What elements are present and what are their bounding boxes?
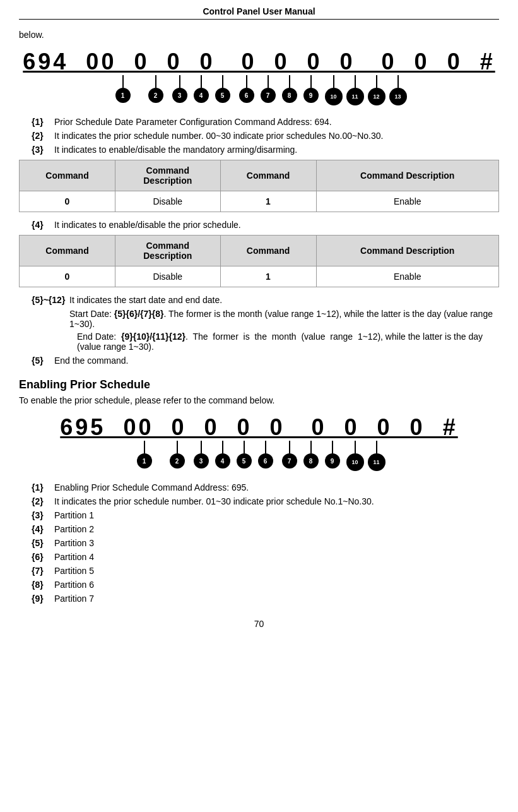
d2-circle-4: 4 xyxy=(215,453,230,469)
d2-circle-11: 11 xyxy=(368,453,386,471)
table1: Command CommandDescription Command Comma… xyxy=(19,160,499,212)
d2-circle-10: 10 xyxy=(346,453,364,471)
item-5-end: {5} End the command. xyxy=(32,355,499,366)
table-row: 0 Disable 1 Enable xyxy=(20,266,499,287)
table2-header-cmd1: Command xyxy=(20,236,115,266)
table2-header-desc1: CommandDescription xyxy=(115,236,220,266)
d2-col5: 5 xyxy=(237,441,252,469)
diagram1-col10: 10 xyxy=(325,75,343,105)
circle-6: 6 xyxy=(239,88,254,103)
table-row: 0 Disable 1 Enable xyxy=(20,191,499,212)
d2-circle-6: 6 xyxy=(258,453,273,469)
item-4: {4} It indicates to enable/disable the p… xyxy=(32,220,499,230)
table1-cell-cmd2: 1 xyxy=(220,191,316,212)
d2-col1: 1 xyxy=(137,441,152,469)
s3-item-8: {8} Partition 6 xyxy=(32,580,499,590)
table1-cell-desc1: Disable xyxy=(115,191,220,212)
d2-col7: 7 xyxy=(282,441,297,469)
d2-circle-7: 7 xyxy=(282,453,297,469)
intro-text: below. xyxy=(19,30,499,40)
section-enabling-subtext: To enable the prior schedule, please ref… xyxy=(19,395,499,405)
diagram1-col9: 9 xyxy=(303,75,319,103)
item-1: {1} Prior Schedule Date Parameter Config… xyxy=(32,117,499,127)
circle-12: 12 xyxy=(368,88,386,105)
diagram2: 695 00 0 0 0 0 0 0 0 0 # 1 2 3 4 5 6 xyxy=(19,414,499,471)
d2-circle-1: 1 xyxy=(137,453,152,469)
s3-item-9: {9} Partition 7 xyxy=(32,594,499,604)
section-enabling-heading: Enabling Prior Schedule xyxy=(19,378,499,391)
circle-9: 9 xyxy=(303,88,319,103)
circle-13: 13 xyxy=(389,88,407,105)
diagram1-col12: 12 xyxy=(368,75,386,105)
table1-header-desc2: Command Description xyxy=(316,160,499,191)
d2-circle-9: 9 xyxy=(325,453,340,469)
table2-cell-cmd1: 0 xyxy=(20,266,115,287)
item-5-12: {5}~{12} It indicates the start date and… xyxy=(32,295,499,305)
diagram1-col4: 4 xyxy=(194,75,209,103)
circle-11: 11 xyxy=(346,88,364,105)
d2-col3: 3 xyxy=(194,441,209,469)
diagram1-col3: 3 xyxy=(172,75,187,103)
s3-item-1: {1} Enabling Prior Schedule Command Addr… xyxy=(32,482,499,493)
diagram1: 694 00 0 0 0 0 0 0 0 0 0 0 # 1 2 3 4 5 xyxy=(19,49,499,105)
item4-container: {4} It indicates to enable/disable the p… xyxy=(32,220,499,230)
items-section1: {1} Prior Schedule Date Parameter Config… xyxy=(32,117,499,155)
s3-item-3: {3} Partition 1 xyxy=(32,510,499,520)
table2-header-cmd2: Command xyxy=(220,236,316,266)
s3-item-6: {6} Partition 4 xyxy=(32,552,499,562)
diagram1-col1: 1 xyxy=(115,75,131,103)
d2-col4: 4 xyxy=(215,441,230,469)
table2-cell-desc1: Disable xyxy=(115,266,220,287)
items-section3: {1} Enabling Prior Schedule Command Addr… xyxy=(32,482,499,604)
end-date-note: End Date: {9}{10}/{11}{12}. The former i… xyxy=(77,331,499,352)
page-title: Control Panel User Manual xyxy=(19,6,499,20)
d2-col2: 2 xyxy=(170,441,185,469)
table2-cell-desc2: Enable xyxy=(316,266,499,287)
table1-header-desc1: CommandDescription xyxy=(115,160,220,191)
d2-col8: 8 xyxy=(303,441,319,469)
d2-circle-2: 2 xyxy=(170,453,185,469)
diagram1-text: 694 00 0 0 0 0 0 0 0 0 0 0 # xyxy=(23,49,495,75)
diagram1-col5: 5 xyxy=(215,75,230,103)
circle-8: 8 xyxy=(282,88,297,103)
circle-7: 7 xyxy=(261,88,276,103)
circle-2: 2 xyxy=(148,88,163,103)
page-number: 70 xyxy=(19,619,499,629)
table1-cell-desc2: Enable xyxy=(316,191,499,212)
items-section2: {5}~{12} It indicates the start date and… xyxy=(32,295,499,366)
circle-5: 5 xyxy=(215,88,230,103)
table1-header-cmd1: Command xyxy=(20,160,115,191)
s3-item-7: {7} Partition 5 xyxy=(32,566,499,576)
d2-col6: 6 xyxy=(258,441,273,469)
s3-item-2: {2} It indicates the prior schedule numb… xyxy=(32,496,499,506)
d2-col9: 9 xyxy=(325,441,340,469)
table2: Command CommandDescription Command Comma… xyxy=(19,235,499,287)
item-2: {2} It indicates the prior schedule numb… xyxy=(32,131,499,141)
circle-4: 4 xyxy=(194,88,209,103)
d2-circle-3: 3 xyxy=(194,453,209,469)
diagram1-col6: 6 xyxy=(239,75,254,103)
diagram1-col7: 7 xyxy=(261,75,276,103)
s3-item-4: {4} Partition 2 xyxy=(32,524,499,534)
diagram1-col8: 8 xyxy=(282,75,297,103)
start-date-note: Start Date: {5}{6}/{7}{8}. The former is… xyxy=(69,309,499,329)
item-3: {3} It indicates to enable/disable the m… xyxy=(32,145,499,155)
table2-cell-cmd2: 1 xyxy=(220,266,316,287)
d2-circle-8: 8 xyxy=(303,453,319,469)
d2-circle-5: 5 xyxy=(237,453,252,469)
circle-1: 1 xyxy=(115,88,131,103)
circle-10: 10 xyxy=(325,88,343,105)
s3-item-5: {5} Partition 3 xyxy=(32,538,499,548)
diagram1-col2: 2 xyxy=(148,75,163,103)
diagram1-col13: 13 xyxy=(389,75,407,105)
d2-col11: 11 xyxy=(368,441,386,471)
diagram1-col11: 11 xyxy=(346,75,364,105)
table1-cell-cmd1: 0 xyxy=(20,191,115,212)
diagram2-text: 695 00 0 0 0 0 0 0 0 0 # xyxy=(60,414,457,441)
circle-3: 3 xyxy=(172,88,187,103)
d2-col10: 10 xyxy=(346,441,364,471)
table2-header-desc2: Command Description xyxy=(316,236,499,266)
table1-header-cmd2: Command xyxy=(220,160,316,191)
